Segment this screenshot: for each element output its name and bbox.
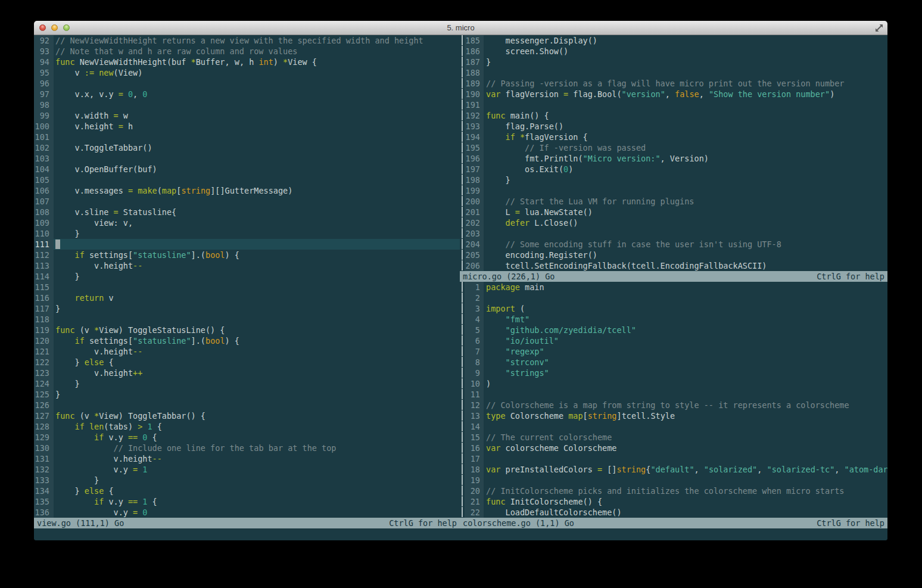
code-line[interactable]: 97 v.x, v.y = 0, 0 xyxy=(34,89,460,99)
code-line[interactable]: 11 xyxy=(460,389,887,400)
code-line[interactable]: 6 "io/ioutil" xyxy=(460,335,887,346)
code-line[interactable]: 135 if v.y == 1 { xyxy=(34,496,460,507)
code-line[interactable]: 100 v.height = h xyxy=(34,121,460,132)
code-line[interactable]: 200 // Start the Lua VM for running plug… xyxy=(460,196,887,207)
code-line[interactable]: 120 if settings["statusline"].(bool) { xyxy=(34,335,460,346)
pane-colorscheme-go[interactable]: 1package main23import (4 "fmt"5 "github.… xyxy=(460,282,887,518)
code-line[interactable]: 101 xyxy=(34,132,460,142)
code-line[interactable]: 205 encoding.Register() xyxy=(460,250,887,260)
code-line[interactable]: 92// NewViewWidthHeight returns a new vi… xyxy=(34,35,460,46)
code-line[interactable]: 126 xyxy=(34,400,460,410)
code-line[interactable]: 133 } xyxy=(34,475,460,486)
code-line[interactable]: 93// Note that w and h are raw column an… xyxy=(34,46,460,57)
code-line[interactable]: 189// Passing -version as a flag will ha… xyxy=(460,78,887,89)
code-line[interactable]: 206 tcell.SetEncodingFallback(tcell.Enco… xyxy=(460,260,887,271)
code-line[interactable]: 21func InitColorscheme() { xyxy=(460,496,887,507)
code-line[interactable]: 195 // If -version was passed xyxy=(460,142,887,153)
code-text: // Start the Lua VM for running plugins xyxy=(484,196,887,207)
code-line[interactable]: 17 xyxy=(460,453,887,464)
code-line[interactable]: 117} xyxy=(34,303,460,314)
code-line[interactable]: 102 v.ToggleTabbar() xyxy=(34,142,460,153)
code-line[interactable]: 113 v.height-- xyxy=(34,260,460,271)
code-line[interactable]: 109 view: v, xyxy=(34,217,460,228)
code-line[interactable]: 4 "fmt" xyxy=(460,314,887,325)
code-line[interactable]: 98 xyxy=(34,99,460,110)
code-line[interactable]: 94func NewViewWidthHeight(buf *Buffer, w… xyxy=(34,57,460,67)
code-line[interactable]: 201 L = lua.NewState() xyxy=(460,207,887,217)
code-line[interactable]: 187} xyxy=(460,57,887,67)
code-line[interactable]: 185 messenger.Display() xyxy=(460,35,887,46)
code-line[interactable]: 12// Colorscheme is a map from string to… xyxy=(460,400,887,410)
code-line[interactable]: 104 v.OpenBuffer(buf) xyxy=(34,164,460,175)
code-line[interactable]: 96 xyxy=(34,78,460,89)
code-line[interactable]: 19 xyxy=(460,475,887,486)
code-line[interactable]: 18var preInstalledColors = []string{"def… xyxy=(460,464,887,475)
line-number: 2 xyxy=(465,293,484,303)
code-line[interactable]: 193 flag.Parse() xyxy=(460,121,887,132)
code-line[interactable]: 13type Colorscheme map[string]tcell.Styl… xyxy=(460,410,887,421)
code-line[interactable]: 125} xyxy=(34,389,460,400)
code-line[interactable]: 128 if len(tabs) > 1 { xyxy=(34,421,460,432)
code-line[interactable]: 16var colorscheme Colorscheme xyxy=(460,443,887,453)
code-line[interactable]: 123 v.height++ xyxy=(34,368,460,378)
code-line[interactable]: 132 v.y = 1 xyxy=(34,464,460,475)
code-line[interactable]: 116 return v xyxy=(34,293,460,303)
code-line[interactable]: 197 os.Exit(0) xyxy=(460,164,887,175)
window-titlebar[interactable]: 5. micro xyxy=(34,21,887,35)
code-line[interactable]: 202 defer L.Close() xyxy=(460,217,887,228)
code-line[interactable]: 20// InitColorscheme picks and initializ… xyxy=(460,486,887,496)
code-line[interactable]: 127func (v *View) ToggleTabbar() { xyxy=(34,410,460,421)
code-line[interactable]: 204 // Some encoding stuff in case the u… xyxy=(460,239,887,250)
code-line[interactable]: 111 xyxy=(34,239,460,250)
command-line[interactable] xyxy=(34,528,887,540)
code-line[interactable]: 10) xyxy=(460,378,887,389)
code-line[interactable]: 134 } else { xyxy=(34,486,460,496)
code-line[interactable]: 121 v.height-- xyxy=(34,346,460,357)
code-line[interactable]: 115 xyxy=(34,282,460,293)
code-line[interactable]: 196 fmt.Println("Micro version:", Versio… xyxy=(460,153,887,164)
code-line[interactable]: 14 xyxy=(460,421,887,432)
code-line[interactable]: 192func main() { xyxy=(460,110,887,121)
code-line[interactable]: 106 v.messages = make(map[string][]Gutte… xyxy=(34,185,460,196)
pane-view-go[interactable]: 92// NewViewWidthHeight returns a new vi… xyxy=(34,35,460,518)
code-line[interactable]: 8 "strconv" xyxy=(460,357,887,368)
code-line[interactable]: 194 if *flagVersion { xyxy=(460,132,887,142)
code-line[interactable]: 130 // Include one line for the tab bar … xyxy=(34,443,460,453)
code-line[interactable]: 122 } else { xyxy=(34,357,460,368)
code-line[interactable]: 99 v.width = w xyxy=(34,110,460,121)
code-line[interactable]: 203 xyxy=(460,228,887,239)
pane-micro-go[interactable]: 185 messenger.Display()186 screen.Show()… xyxy=(460,35,887,271)
code-line[interactable]: 191 xyxy=(460,99,887,110)
code-line[interactable]: 5 "github.com/zyedidia/tcell" xyxy=(460,325,887,335)
code-line[interactable]: 119func (v *View) ToggleStatusLine() { xyxy=(34,325,460,335)
code-line[interactable]: 105 xyxy=(34,175,460,185)
code-line[interactable]: 3import ( xyxy=(460,303,887,314)
code-line[interactable]: 108 v.sline = Statusline{ xyxy=(34,207,460,217)
code-line[interactable]: 186 screen.Show() xyxy=(460,46,887,57)
code-line[interactable]: 188 xyxy=(460,67,887,78)
code-line[interactable]: 129 if v.y == 0 { xyxy=(34,432,460,443)
code-line[interactable]: 118 xyxy=(34,314,460,325)
code-line[interactable]: 103 xyxy=(34,153,460,164)
code-line[interactable]: 15// The current colorscheme xyxy=(460,432,887,443)
code-line[interactable]: 9 "strings" xyxy=(460,368,887,378)
code-line[interactable]: 199 xyxy=(460,185,887,196)
code-line[interactable]: 107 xyxy=(34,196,460,207)
code-line[interactable]: 198 } xyxy=(460,175,887,185)
code-line[interactable]: 190var flagVersion = flag.Bool("version"… xyxy=(460,89,887,99)
code-line[interactable]: 112 if settings["statusline"].(bool) { xyxy=(34,250,460,260)
code-line[interactable]: 2 xyxy=(460,293,887,303)
code-line[interactable]: 95 v := new(View) xyxy=(34,67,460,78)
code-text: var preInstalledColors = []string{"defau… xyxy=(484,464,887,475)
code-line[interactable]: 114 } xyxy=(34,271,460,282)
expand-arrows-icon[interactable] xyxy=(875,24,883,32)
code-line[interactable]: 1package main xyxy=(460,282,887,293)
code-text: } else { xyxy=(54,486,460,496)
split-divider xyxy=(460,185,465,196)
code-line[interactable]: 22 LoadDefaultColorscheme() xyxy=(460,507,887,518)
code-line[interactable]: 110 } xyxy=(34,228,460,239)
code-line[interactable]: 124 } xyxy=(34,378,460,389)
code-line[interactable]: 136 v.y = 0 xyxy=(34,507,460,518)
code-line[interactable]: 7 "regexp" xyxy=(460,346,887,357)
code-line[interactable]: 131 v.height-- xyxy=(34,453,460,464)
